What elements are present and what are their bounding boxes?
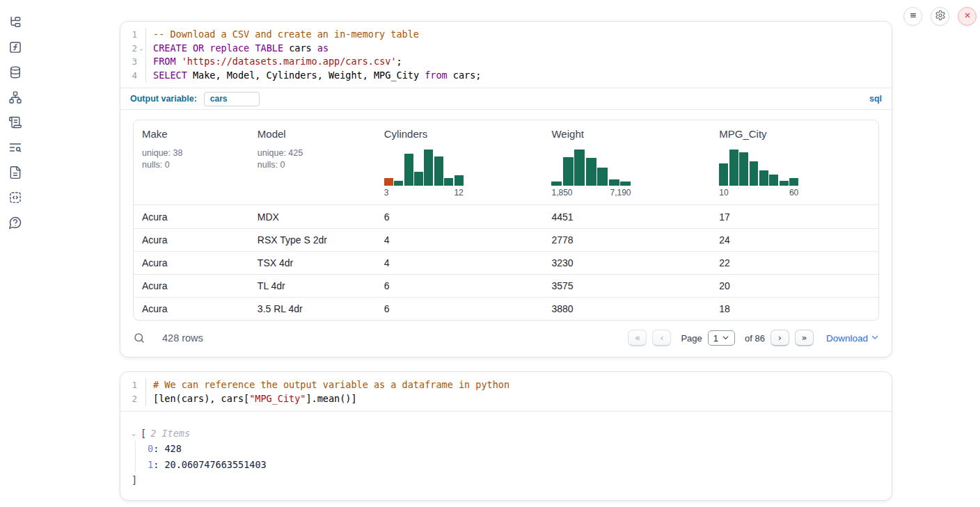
close-icon [962,10,973,24]
left-panel-rail [0,0,31,507]
fold-slot [137,55,145,69]
table-cell: Acura [134,303,249,314]
code-text: FROM 'https://datasets.marimo.app/cars.c… [145,55,402,69]
tree-children: 0: 4281: 20.060747663551403 [135,441,879,472]
list-search-icon[interactable] [8,140,22,154]
table-cell: 6 [376,303,544,314]
language-badge: sql [869,94,882,104]
fold-slot [137,69,145,83]
table-cell: 17 [711,211,878,223]
column-header-weight[interactable]: Weight1,8507,190 [543,120,711,204]
settings-button[interactable] [931,7,949,26]
table-cell: TSX 4dr [249,257,376,268]
table-cell: 3575 [543,280,711,291]
code-text: SELECT Make, Model, Cylinders, Weight, M… [145,69,481,83]
table-cell: 3880 [543,303,711,314]
table-cell: 6 [376,211,544,223]
table-cell: RSX Type S 2dr [249,234,376,246]
first-page-button[interactable]: « [628,330,647,346]
data-table: Makeunique: 38nulls: 0Modelunique: 425nu… [133,120,879,321]
code-line: 3FROM 'https://datasets.marimo.app/cars.… [120,55,892,69]
python-cell: 1# We can reference the output variable … [120,371,892,501]
scroll-icon[interactable] [8,115,22,129]
table-footer: 428 rows « ‹ Page 1 of 86 › » Download [120,321,892,357]
table-cell: 6 [376,280,544,291]
column-name: Cylinders [384,128,535,140]
tree-root: ⌄ [ 2 Items [132,426,879,441]
pagination: « ‹ Page 1 of 86 › » [628,330,814,346]
code-line: 1# We can reference the output variable … [120,378,892,392]
python-editor[interactable]: 1# We can reference the output variable … [120,372,892,411]
snippets-icon[interactable] [8,191,22,204]
histogram-bars [551,150,631,186]
code-line: 2⌄CREATE OR replace TABLE cars as [120,42,892,56]
open-bracket: [ [141,426,146,441]
column-header-mpg_city[interactable]: MPG_City1060 [711,120,878,204]
table-cell: 18 [711,303,878,314]
sql-editor[interactable]: 1-- Download a CSV and create an in-memo… [120,22,892,88]
histogram-axis-labels: 312 [384,188,464,198]
document-icon[interactable] [8,166,22,179]
table-cell: TL 4dr [249,280,376,291]
help-icon[interactable] [8,216,22,230]
column-header-model[interactable]: Modelunique: 425nulls: 0 [249,120,376,204]
items-count: 2 Items [150,426,190,441]
page-select-value: 1 [713,333,718,344]
table-cell: 3230 [543,257,711,268]
download-label: Download [826,333,868,344]
dependency-graph-icon[interactable] [8,90,22,104]
collapse-caret-icon[interactable]: ⌄ [132,426,141,441]
table-cell: 20 [711,280,878,291]
menu-button[interactable] [903,7,922,26]
table-cell: 3.5 RL 4dr [249,303,376,314]
next-page-button[interactable]: › [770,330,789,346]
table-cell: 4 [376,257,544,268]
line-number: 2 [120,392,137,406]
column-histogram[interactable]: 312 [384,150,464,198]
column-histogram[interactable]: 1,8507,190 [551,150,631,198]
database-icon[interactable] [8,65,22,79]
code-line: 2[len(cars), cars["MPG_City"].mean()] [120,392,892,406]
notebook-area: 1-- Download a CSV and create an in-memo… [120,21,892,507]
page-select[interactable]: 1 [708,330,735,346]
table-body: AcuraMDX6445117AcuraRSX Type S 2dr427782… [134,205,878,320]
table-cell: 4451 [543,211,711,223]
code-text: -- Download a CSV and create an in-memor… [145,28,419,42]
window-controls [903,7,977,26]
line-number: 2 [120,42,137,56]
histogram-bars [719,150,798,186]
shutdown-button[interactable] [958,7,977,26]
histogram-axis-labels: 1,8507,190 [551,188,631,198]
prev-page-button[interactable]: ‹ [652,330,671,346]
column-header-make[interactable]: Makeunique: 38nulls: 0 [134,120,249,204]
search-icon[interactable] [133,332,145,344]
table-header: Makeunique: 38nulls: 0Modelunique: 425nu… [134,120,878,205]
fold-slot [137,392,145,406]
last-page-button[interactable]: » [795,330,814,346]
column-header-cylinders[interactable]: Cylinders312 [376,120,544,204]
chevron-down-icon [722,333,729,344]
column-histogram[interactable]: 1060 [719,150,798,198]
table-row: AcuraMDX6445117 [134,205,878,228]
output-variable-row: Output variable: sql [120,88,892,109]
divider [120,109,892,110]
output-variable-label: Output variable: [130,94,197,104]
code-text: # We can reference the output variable a… [145,378,509,392]
fold-slot [137,378,145,392]
output-variable-input[interactable] [204,92,260,106]
page-label: Page [681,333,702,344]
file-tree-icon[interactable] [8,15,22,29]
fold-chevron-icon[interactable]: ⌄ [137,42,145,56]
gear-icon [935,10,946,24]
histogram-axis-labels: 1060 [719,188,798,198]
chevron-down-icon [871,333,879,344]
function-square-icon[interactable] [8,40,22,54]
download-button[interactable]: Download [826,333,879,344]
line-number: 3 [120,55,137,69]
line-number: 1 [120,28,137,42]
table-cell: 4 [376,234,544,246]
line-number: 4 [120,69,137,83]
column-name: MPG_City [719,128,870,140]
table-row: Acura3.5 RL 4dr6388018 [134,297,878,320]
table-cell: 24 [711,234,878,246]
